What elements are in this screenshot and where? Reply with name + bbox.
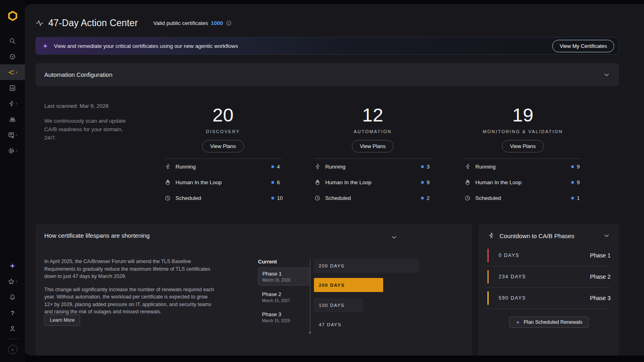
lifespans-description: In April 2025, the CA/Browser Forum will… [44, 258, 215, 316]
sidebar-item-notifications[interactable] [0, 289, 25, 305]
agentic-workflows-banner: View and remediate your critical certifi… [35, 37, 619, 55]
stat-row-label: Scheduled [175, 195, 201, 201]
stat-label: MONITORING & VALIDATION [464, 129, 582, 134]
bell-icon [9, 294, 16, 301]
countdown-card: Countdown to CA/B Phases 0 DAYS Phase 1 [479, 224, 619, 356]
valid-certs-count-link[interactable]: 1000 [211, 20, 223, 26]
chevron-right-icon: › [16, 70, 17, 74]
stat-row-label: Scheduled [325, 195, 351, 201]
view-my-certificates-button[interactable]: View My Certificates [552, 40, 614, 52]
chevron-down-icon[interactable] [390, 234, 398, 241]
runner-icon [314, 163, 321, 170]
view-plans-button[interactable]: View Plans [352, 140, 394, 152]
chevron-down-icon[interactable] [603, 71, 610, 78]
lifespan-bar-2-highlighted: 200 DAYS [314, 278, 383, 292]
clock-icon [314, 195, 321, 202]
sidebar-item-account[interactable] [0, 321, 25, 336]
sidebar-item-discovery[interactable] [0, 49, 25, 64]
stat-row-label: Scheduled [475, 195, 501, 201]
lifespans-card-header: How certificate lifespans are shortening [35, 224, 472, 239]
star-icon [8, 278, 15, 285]
plan-scheduled-renewals-button[interactable]: Plan Scheduled Renewals [509, 317, 588, 328]
countdown-card-header: Countdown to CA/B Phases [479, 224, 619, 239]
sparkle-icon [9, 262, 16, 269]
stat-row-label: Running [175, 164, 196, 170]
status-dot [421, 165, 424, 168]
sidebar-item-favorites[interactable]: › [0, 274, 25, 289]
stat-row-value: 4 [271, 164, 282, 170]
phase-item-1[interactable]: Phase 1 March 15, 2026 [258, 267, 310, 286]
target-icon [9, 53, 16, 60]
view-plans-button[interactable]: View Plans [202, 140, 244, 152]
stat-row-scheduled: Scheduled 2 [314, 190, 431, 206]
countdown-row-phase-1: 0 DAYS Phase 1 [487, 245, 611, 266]
stat-row-running: Running 3 [314, 159, 431, 175]
stat-row-value: 9 [571, 164, 582, 170]
countdown-row-phase-2: 234 DAYS Phase 2 [487, 266, 611, 288]
stat-row-running: Running 9 [464, 159, 582, 175]
automation-configuration-header[interactable]: Automation Configuration [35, 63, 619, 86]
valid-certs-label: Valid public certificates [153, 20, 208, 26]
phase-item-3[interactable]: Phase 3 March 15, 2029 [258, 309, 310, 326]
hand-icon [164, 179, 171, 186]
stat-row-value: 10 [271, 195, 282, 201]
sidebar-item-discovery-tools[interactable] [0, 111, 25, 127]
stat-row-label: Human In the Loop [175, 179, 222, 185]
sidebar-collapse-button[interactable]: › [0, 341, 25, 357]
stat-count: 20 [164, 105, 282, 125]
collapse-chevron-icon: › [8, 345, 17, 354]
automation-column-discovery: 20 DISCOVERY View Plans Running 4 [164, 86, 282, 206]
stat-row-label: Human In the Loop [325, 179, 372, 185]
card-title: How certificate lifespans are shortening [44, 232, 150, 239]
learn-more-button[interactable]: Learn More [44, 315, 80, 326]
card-title: Countdown to CA/B Phases [500, 232, 574, 239]
view-plans-button[interactable]: View Plans [502, 140, 544, 152]
sidebar-item-help[interactable]: ? [0, 305, 25, 321]
status-dot [421, 181, 424, 184]
stat-count: 19 [464, 105, 582, 125]
stat-row-scheduled: Scheduled 1 [464, 190, 582, 206]
stat-row-value: 9 [421, 179, 431, 185]
status-dot [271, 181, 274, 184]
lifespans-paragraph-2: This change will significantly increase … [44, 286, 215, 316]
automation-configuration-section: Automation Configuration Last scanned: M… [35, 63, 619, 216]
sidebar-item-dashboard[interactable] [0, 80, 25, 96]
lifespan-bar-3: 100 DAYS [314, 298, 363, 312]
brand-logo[interactable] [6, 9, 19, 23]
stat-row-value: 3 [421, 164, 431, 170]
sidebar-item-agents[interactable]: › [0, 96, 25, 111]
scan-info: Last scanned: Mar 9, 2026 We continuousl… [44, 103, 127, 142]
question-mark-icon: ? [10, 309, 14, 316]
runner-icon [8, 100, 15, 107]
chevron-down-icon[interactable] [603, 232, 610, 239]
status-dot [271, 197, 274, 200]
scan-description: We continuously scan and update CA/B rea… [44, 117, 127, 142]
runner-icon [487, 232, 495, 239]
certificate-icon [8, 132, 15, 139]
stat-rows: Running 3 Human In the Loop 9 [314, 158, 431, 206]
sidebar-item-settings[interactable]: › [0, 143, 25, 158]
phase-item-2[interactable]: Phase 2 March 15, 2027 [258, 288, 310, 306]
section-title: Automation Configuration [44, 71, 112, 78]
status-dot [571, 181, 574, 184]
countdown-rows: 0 DAYS Phase 1 234 DAYS Phase 2 590 DAYS… [487, 245, 611, 309]
sidebar-item-automation-active[interactable]: › [0, 64, 25, 80]
chevron-right-icon: › [16, 133, 17, 137]
last-scanned-label: Last scanned: Mar 9, 2026 [44, 103, 127, 109]
search-icon [9, 37, 16, 45]
stat-row-human-in-the-loop: Human In the Loop 9 [464, 175, 582, 190]
page-header: 47-Day Action Center Valid public certif… [35, 14, 619, 31]
status-dot [271, 165, 274, 168]
hexagon-logo-icon [7, 10, 18, 21]
lifespans-card: How certificate lifespans are shortening… [35, 224, 472, 356]
stat-row-running: Running 4 [164, 159, 282, 175]
phase-color-bar [487, 291, 489, 305]
sidebar: › › [0, 0, 25, 362]
sidebar-item-search[interactable] [0, 33, 25, 49]
sidebar-item-ai-assistant[interactable] [0, 258, 25, 274]
valid-certs-summary: Valid public certificates 1000 [153, 20, 232, 26]
phase-color-bar [487, 249, 489, 262]
stat-rows: Running 9 Human In the Loop 9 [464, 158, 582, 206]
info-icon[interactable] [226, 20, 232, 26]
sidebar-item-certificates[interactable]: › [0, 127, 25, 143]
